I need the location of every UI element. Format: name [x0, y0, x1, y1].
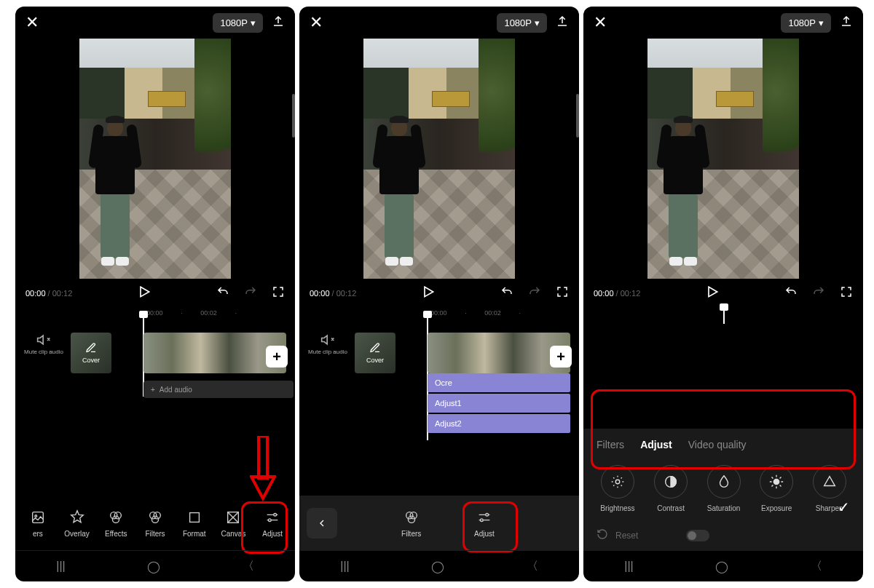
add-clip-button[interactable]: + — [550, 346, 572, 368]
close-icon[interactable]: ✕ — [310, 13, 323, 32]
reset-label[interactable]: Reset — [615, 531, 638, 541]
tool-adjust[interactable]: Adjust — [459, 509, 510, 538]
svg-rect-12 — [259, 436, 267, 478]
tool-canvas[interactable]: Canvas — [214, 509, 253, 538]
adjust-exposure[interactable]: Exposure — [760, 465, 793, 512]
svg-point-1 — [35, 514, 37, 517]
confirm-icon[interactable]: ✓ — [838, 498, 850, 516]
fullscreen-icon[interactable] — [272, 285, 285, 301]
adjust-brightness[interactable]: Brightness — [600, 465, 634, 512]
timeline[interactable]: Mute clip audio Cover + +Add audio — [15, 328, 295, 394]
plus-icon: + — [151, 386, 155, 394]
svg-point-15 — [408, 516, 414, 523]
android-nav-bar: |||◯〈 — [15, 550, 295, 581]
video-clip[interactable]: + — [428, 333, 570, 373]
adjust-contrast[interactable]: Contrast — [654, 465, 688, 512]
svg-point-20 — [773, 479, 779, 484]
redo-icon[interactable] — [244, 285, 257, 301]
mute-audio-button[interactable]: Mute clip audio — [308, 333, 347, 355]
undo-icon[interactable] — [784, 285, 798, 301]
phone-screen-1: ✕ 1080P▾ 00:00 / 00:12 00:00·00:02· Mute… — [15, 7, 295, 581]
adjust-track[interactable]: Adjust2 — [428, 414, 570, 433]
svg-point-10 — [274, 513, 277, 516]
export-icon[interactable] — [840, 15, 853, 31]
export-icon[interactable] — [556, 15, 569, 31]
video-preview[interactable] — [15, 39, 295, 279]
tab-adjust[interactable]: Adjust — [640, 439, 672, 450]
resolution-button[interactable]: 1080P▾ — [781, 13, 831, 33]
redo-icon[interactable] — [812, 285, 825, 301]
tool-adjust[interactable]: Adjust — [253, 509, 292, 538]
timeline-ruler: 00:00·00:02· — [15, 308, 295, 324]
svg-rect-8 — [189, 512, 199, 522]
back-button[interactable]: 〈 — [811, 559, 822, 574]
home-button[interactable]: ◯ — [147, 560, 160, 573]
home-button[interactable]: ◯ — [715, 560, 728, 573]
fullscreen-icon[interactable] — [840, 285, 853, 301]
playback-controls: 00:00 / 00:12 — [15, 279, 295, 308]
video-preview[interactable] — [299, 39, 579, 279]
add-clip-button[interactable]: + — [266, 346, 288, 368]
svg-point-17 — [481, 518, 484, 521]
phone-screen-2: ✕1080P▾ 00:00 / 00:12 00:00·00:02· Mute … — [299, 7, 579, 581]
resolution-button[interactable]: 1080P▾ — [213, 13, 263, 33]
video-preview[interactable] — [583, 39, 863, 279]
android-nav-bar: |||◯〈 — [299, 550, 579, 581]
cover-button[interactable]: Cover — [355, 333, 395, 373]
bottom-toolbar: ers Overlay Effects Filters Format Canva… — [15, 496, 295, 551]
redo-icon[interactable] — [528, 285, 541, 301]
bottom-toolbar: Filters Adjust — [299, 496, 579, 551]
mute-audio-button[interactable]: Mute clip audio — [24, 333, 63, 355]
tool-overlay[interactable]: Overlay — [58, 509, 97, 538]
add-audio-button[interactable]: +Add audio — [143, 381, 294, 398]
toolbar-back-button[interactable] — [307, 508, 337, 539]
svg-point-6 — [154, 512, 160, 518]
reset-row: Reset — [583, 517, 863, 545]
adjust-tabs: Filters Adjust Video quality — [583, 439, 863, 461]
tool-effects[interactable]: Effects — [96, 509, 135, 538]
adjust-saturation[interactable]: Saturation — [707, 465, 741, 512]
play-icon[interactable] — [421, 285, 436, 302]
cover-button[interactable]: Cover — [71, 333, 111, 373]
phone-screen-3: ✕1080P▾ 00:00 / 00:12 Filters Adjust Vid… — [583, 7, 863, 581]
recents-button[interactable]: ||| — [624, 560, 633, 573]
svg-point-4 — [113, 516, 119, 523]
undo-icon[interactable] — [216, 285, 229, 301]
svg-point-18 — [615, 480, 620, 484]
reset-toggle[interactable] — [686, 530, 709, 541]
tab-video-quality[interactable]: Video quality — [688, 439, 747, 450]
svg-point-16 — [486, 513, 489, 516]
time-display: 00:00 / 00:12 — [25, 289, 72, 298]
reset-icon[interactable] — [597, 528, 608, 542]
chevron-down-icon: ▾ — [251, 17, 256, 28]
resolution-button[interactable]: 1080P▾ — [497, 13, 547, 33]
svg-point-14 — [410, 512, 417, 518]
adjust-panel: Filters Adjust Video quality Brightness … — [583, 429, 863, 551]
tool-filters[interactable]: Filters — [135, 509, 175, 538]
video-clip[interactable]: + — [143, 333, 286, 373]
svg-point-3 — [114, 512, 121, 518]
close-icon[interactable]: ✕ — [25, 13, 39, 32]
tab-filters[interactable]: Filters — [597, 439, 624, 450]
export-icon[interactable] — [272, 15, 285, 31]
svg-point-7 — [151, 516, 158, 523]
adjust-track[interactable]: Ocre — [428, 373, 570, 392]
tool-stickers[interactable]: ers — [18, 509, 58, 538]
playhead[interactable] — [723, 303, 725, 324]
android-nav-bar: |||◯〈 — [583, 550, 863, 581]
undo-icon[interactable] — [500, 285, 513, 301]
recents-button[interactable]: ||| — [56, 560, 65, 573]
home-button[interactable]: ◯ — [431, 560, 444, 573]
adjust-track[interactable]: Adjust1 — [428, 394, 570, 413]
play-icon[interactable] — [137, 285, 151, 302]
fullscreen-icon[interactable] — [556, 285, 569, 301]
back-button[interactable]: 〈 — [243, 559, 254, 574]
play-icon[interactable] — [705, 285, 720, 302]
recents-button[interactable]: ||| — [340, 560, 349, 573]
annotation-arrow — [250, 436, 276, 501]
close-icon[interactable]: ✕ — [594, 13, 607, 32]
tool-format[interactable]: Format — [175, 509, 214, 538]
tool-filters[interactable]: Filters — [386, 509, 437, 538]
timeline[interactable]: Mute clip audio Cover + Ocre Adjust1 Adj… — [299, 328, 579, 437]
back-button[interactable]: 〈 — [527, 559, 538, 574]
